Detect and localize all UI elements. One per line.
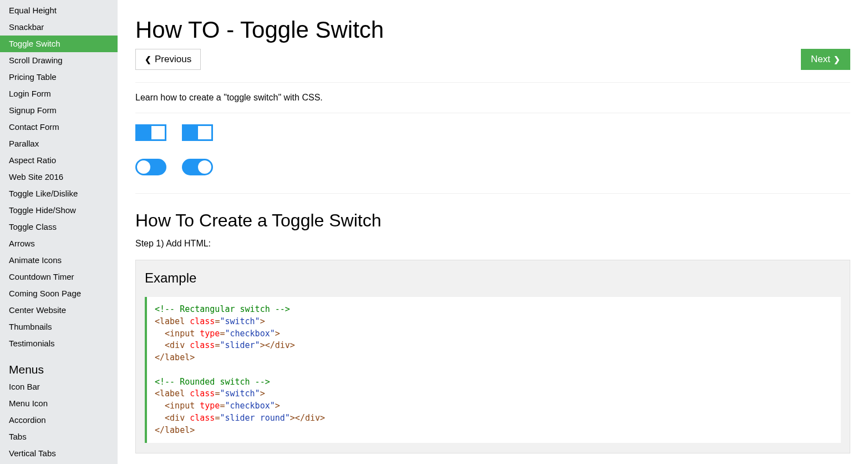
sidebar-item[interactable]: Icon Bar: [0, 379, 118, 395]
sidebar: Equal HeightSnackbarToggle SwitchScroll …: [0, 0, 118, 464]
toggle-round-on[interactable]: [182, 159, 213, 175]
example-box: Example <!-- Rectangular switch --> <lab…: [135, 260, 850, 453]
sidebar-item[interactable]: Web Site 2016: [0, 169, 118, 185]
section-heading: How To Create a Toggle Switch: [135, 210, 850, 231]
toggle-knob: [198, 126, 211, 139]
next-label: Next: [811, 54, 830, 65]
sidebar-item[interactable]: Tabs: [0, 428, 118, 445]
sidebar-item[interactable]: Toggle Like/Dislike: [0, 185, 118, 202]
sidebar-heading: Menus: [0, 352, 118, 379]
sidebar-item[interactable]: Pricing Table: [0, 69, 118, 85]
sidebar-item[interactable]: Animate Icons: [0, 252, 118, 269]
nav-buttons: ❮ Previous Next ❯: [135, 49, 850, 70]
sidebar-item[interactable]: Contact Form: [0, 119, 118, 135]
sidebar-item[interactable]: Accordion: [0, 412, 118, 428]
sidebar-item[interactable]: Tab Headers: [0, 462, 118, 464]
step-text: Step 1) Add HTML:: [135, 239, 850, 249]
sidebar-item[interactable]: Coming Soon Page: [0, 285, 118, 302]
toggle-knob: [198, 160, 211, 174]
sidebar-item[interactable]: Testimonials: [0, 335, 118, 352]
sidebar-item[interactable]: Thumbnails: [0, 319, 118, 335]
main-content: How TO - Toggle Switch ❮ Previous Next ❯…: [118, 0, 868, 464]
sidebar-item[interactable]: Signup Form: [0, 102, 118, 119]
sidebar-item[interactable]: Menu Icon: [0, 395, 118, 412]
intro-text: Learn how to create a "toggle switch" wi…: [135, 93, 850, 103]
toggle-rect-off[interactable]: [135, 124, 166, 141]
code-block: <!-- Rectangular switch --> <label class…: [145, 297, 841, 443]
chevron-right-icon: ❯: [834, 56, 840, 63]
code-comment: <!-- Rectangular switch -->: [155, 304, 290, 314]
sidebar-item[interactable]: Aspect Ratio: [0, 152, 118, 169]
switch-demo-row-rect: [135, 124, 850, 141]
toggle-round-off[interactable]: [135, 159, 166, 175]
previous-button[interactable]: ❮ Previous: [135, 49, 201, 70]
divider: [135, 113, 850, 113]
switch-demo-row-round: [135, 159, 850, 175]
page-title: How TO - Toggle Switch: [135, 17, 850, 43]
toggle-rect-on[interactable]: [182, 124, 213, 141]
sidebar-item[interactable]: Equal Height: [0, 2, 118, 19]
sidebar-item[interactable]: Snackbar: [0, 19, 118, 36]
previous-label: Previous: [155, 54, 191, 65]
sidebar-item[interactable]: Countdown Timer: [0, 269, 118, 285]
sidebar-item[interactable]: Toggle Switch: [0, 36, 118, 52]
divider: [135, 193, 850, 194]
sidebar-item[interactable]: Scroll Drawing: [0, 52, 118, 69]
sidebar-item[interactable]: Parallax: [0, 135, 118, 152]
sidebar-item[interactable]: Vertical Tabs: [0, 445, 118, 462]
sidebar-item[interactable]: Arrows: [0, 235, 118, 252]
example-title: Example: [145, 270, 841, 286]
toggle-knob: [137, 160, 150, 174]
toggle-knob: [151, 126, 165, 139]
sidebar-item[interactable]: Center Website: [0, 302, 118, 319]
next-button[interactable]: Next ❯: [801, 49, 850, 70]
chevron-left-icon: ❮: [145, 56, 151, 63]
sidebar-item[interactable]: Toggle Class: [0, 219, 118, 235]
sidebar-item[interactable]: Login Form: [0, 85, 118, 102]
code-comment: <!-- Rounded switch -->: [155, 377, 270, 387]
sidebar-item[interactable]: Toggle Hide/Show: [0, 202, 118, 219]
divider: [135, 82, 850, 83]
